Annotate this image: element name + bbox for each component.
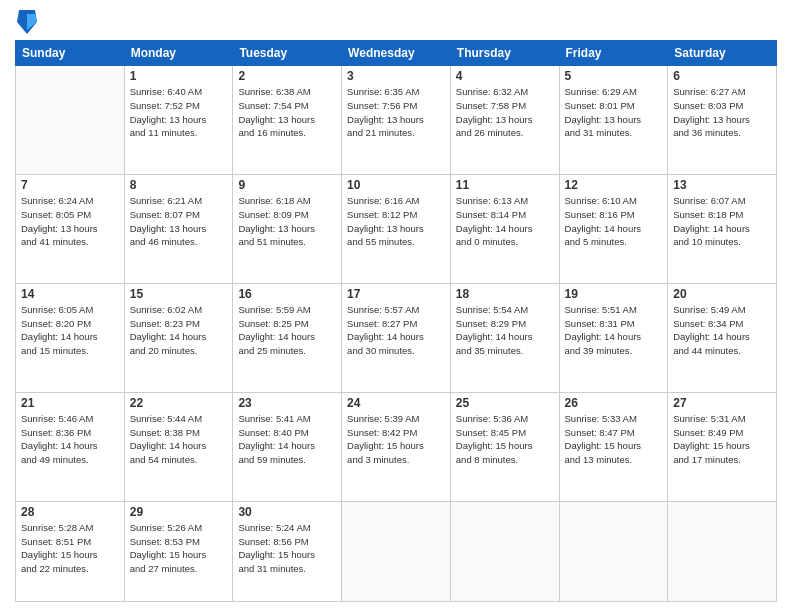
- calendar-day-header: Wednesday: [342, 41, 451, 66]
- day-info: Sunrise: 6:27 AM Sunset: 8:03 PM Dayligh…: [673, 85, 771, 140]
- calendar-header-row: SundayMondayTuesdayWednesdayThursdayFrid…: [16, 41, 777, 66]
- day-info: Sunrise: 6:21 AM Sunset: 8:07 PM Dayligh…: [130, 194, 228, 249]
- day-info: Sunrise: 5:51 AM Sunset: 8:31 PM Dayligh…: [565, 303, 663, 358]
- calendar-cell: 29Sunrise: 5:26 AM Sunset: 8:53 PM Dayli…: [124, 501, 233, 601]
- calendar-cell: 1Sunrise: 6:40 AM Sunset: 7:52 PM Daylig…: [124, 66, 233, 175]
- calendar-cell: 12Sunrise: 6:10 AM Sunset: 8:16 PM Dayli…: [559, 174, 668, 283]
- day-number: 20: [673, 287, 771, 301]
- calendar-cell: 15Sunrise: 6:02 AM Sunset: 8:23 PM Dayli…: [124, 283, 233, 392]
- day-number: 13: [673, 178, 771, 192]
- calendar-cell: 26Sunrise: 5:33 AM Sunset: 8:47 PM Dayli…: [559, 392, 668, 501]
- day-info: Sunrise: 5:46 AM Sunset: 8:36 PM Dayligh…: [21, 412, 119, 467]
- day-number: 15: [130, 287, 228, 301]
- calendar-cell: 2Sunrise: 6:38 AM Sunset: 7:54 PM Daylig…: [233, 66, 342, 175]
- calendar-week-row: 1Sunrise: 6:40 AM Sunset: 7:52 PM Daylig…: [16, 66, 777, 175]
- calendar-cell: [342, 501, 451, 601]
- calendar-cell: 27Sunrise: 5:31 AM Sunset: 8:49 PM Dayli…: [668, 392, 777, 501]
- day-info: Sunrise: 6:16 AM Sunset: 8:12 PM Dayligh…: [347, 194, 445, 249]
- day-number: 23: [238, 396, 336, 410]
- day-number: 11: [456, 178, 554, 192]
- day-info: Sunrise: 5:54 AM Sunset: 8:29 PM Dayligh…: [456, 303, 554, 358]
- calendar: SundayMondayTuesdayWednesdayThursdayFrid…: [15, 40, 777, 602]
- day-number: 3: [347, 69, 445, 83]
- day-number: 29: [130, 505, 228, 519]
- calendar-day-header: Monday: [124, 41, 233, 66]
- calendar-week-row: 7Sunrise: 6:24 AM Sunset: 8:05 PM Daylig…: [16, 174, 777, 283]
- day-info: Sunrise: 6:02 AM Sunset: 8:23 PM Dayligh…: [130, 303, 228, 358]
- day-info: Sunrise: 6:32 AM Sunset: 7:58 PM Dayligh…: [456, 85, 554, 140]
- calendar-cell: [16, 66, 125, 175]
- calendar-cell: 6Sunrise: 6:27 AM Sunset: 8:03 PM Daylig…: [668, 66, 777, 175]
- day-info: Sunrise: 6:38 AM Sunset: 7:54 PM Dayligh…: [238, 85, 336, 140]
- day-number: 25: [456, 396, 554, 410]
- day-number: 26: [565, 396, 663, 410]
- calendar-cell: 19Sunrise: 5:51 AM Sunset: 8:31 PM Dayli…: [559, 283, 668, 392]
- day-info: Sunrise: 5:24 AM Sunset: 8:56 PM Dayligh…: [238, 521, 336, 576]
- day-info: Sunrise: 6:18 AM Sunset: 8:09 PM Dayligh…: [238, 194, 336, 249]
- calendar-week-row: 28Sunrise: 5:28 AM Sunset: 8:51 PM Dayli…: [16, 501, 777, 601]
- calendar-cell: 18Sunrise: 5:54 AM Sunset: 8:29 PM Dayli…: [450, 283, 559, 392]
- day-number: 10: [347, 178, 445, 192]
- calendar-cell: 21Sunrise: 5:46 AM Sunset: 8:36 PM Dayli…: [16, 392, 125, 501]
- calendar-cell: 14Sunrise: 6:05 AM Sunset: 8:20 PM Dayli…: [16, 283, 125, 392]
- logo: [15, 10, 37, 34]
- calendar-cell: [450, 501, 559, 601]
- calendar-week-row: 21Sunrise: 5:46 AM Sunset: 8:36 PM Dayli…: [16, 392, 777, 501]
- day-info: Sunrise: 5:28 AM Sunset: 8:51 PM Dayligh…: [21, 521, 119, 576]
- calendar-cell: 28Sunrise: 5:28 AM Sunset: 8:51 PM Dayli…: [16, 501, 125, 601]
- calendar-cell: 8Sunrise: 6:21 AM Sunset: 8:07 PM Daylig…: [124, 174, 233, 283]
- calendar-cell: 17Sunrise: 5:57 AM Sunset: 8:27 PM Dayli…: [342, 283, 451, 392]
- calendar-day-header: Sunday: [16, 41, 125, 66]
- day-info: Sunrise: 5:49 AM Sunset: 8:34 PM Dayligh…: [673, 303, 771, 358]
- calendar-cell: 30Sunrise: 5:24 AM Sunset: 8:56 PM Dayli…: [233, 501, 342, 601]
- day-info: Sunrise: 5:36 AM Sunset: 8:45 PM Dayligh…: [456, 412, 554, 467]
- calendar-cell: [559, 501, 668, 601]
- calendar-cell: 20Sunrise: 5:49 AM Sunset: 8:34 PM Dayli…: [668, 283, 777, 392]
- day-info: Sunrise: 6:07 AM Sunset: 8:18 PM Dayligh…: [673, 194, 771, 249]
- calendar-cell: [668, 501, 777, 601]
- day-number: 12: [565, 178, 663, 192]
- day-number: 9: [238, 178, 336, 192]
- day-number: 16: [238, 287, 336, 301]
- day-number: 8: [130, 178, 228, 192]
- page: SundayMondayTuesdayWednesdayThursdayFrid…: [0, 0, 792, 612]
- calendar-cell: 16Sunrise: 5:59 AM Sunset: 8:25 PM Dayli…: [233, 283, 342, 392]
- day-number: 5: [565, 69, 663, 83]
- day-info: Sunrise: 5:31 AM Sunset: 8:49 PM Dayligh…: [673, 412, 771, 467]
- calendar-cell: 22Sunrise: 5:44 AM Sunset: 8:38 PM Dayli…: [124, 392, 233, 501]
- day-number: 22: [130, 396, 228, 410]
- day-info: Sunrise: 5:44 AM Sunset: 8:38 PM Dayligh…: [130, 412, 228, 467]
- day-number: 17: [347, 287, 445, 301]
- calendar-cell: 24Sunrise: 5:39 AM Sunset: 8:42 PM Dayli…: [342, 392, 451, 501]
- day-number: 14: [21, 287, 119, 301]
- day-number: 27: [673, 396, 771, 410]
- calendar-cell: 11Sunrise: 6:13 AM Sunset: 8:14 PM Dayli…: [450, 174, 559, 283]
- day-number: 24: [347, 396, 445, 410]
- day-info: Sunrise: 5:33 AM Sunset: 8:47 PM Dayligh…: [565, 412, 663, 467]
- day-info: Sunrise: 5:57 AM Sunset: 8:27 PM Dayligh…: [347, 303, 445, 358]
- day-number: 4: [456, 69, 554, 83]
- calendar-week-row: 14Sunrise: 6:05 AM Sunset: 8:20 PM Dayli…: [16, 283, 777, 392]
- day-info: Sunrise: 5:26 AM Sunset: 8:53 PM Dayligh…: [130, 521, 228, 576]
- day-info: Sunrise: 6:05 AM Sunset: 8:20 PM Dayligh…: [21, 303, 119, 358]
- calendar-day-header: Thursday: [450, 41, 559, 66]
- day-number: 2: [238, 69, 336, 83]
- calendar-day-header: Saturday: [668, 41, 777, 66]
- day-info: Sunrise: 6:24 AM Sunset: 8:05 PM Dayligh…: [21, 194, 119, 249]
- day-info: Sunrise: 6:13 AM Sunset: 8:14 PM Dayligh…: [456, 194, 554, 249]
- day-number: 21: [21, 396, 119, 410]
- calendar-cell: 9Sunrise: 6:18 AM Sunset: 8:09 PM Daylig…: [233, 174, 342, 283]
- header: [15, 10, 777, 34]
- day-number: 30: [238, 505, 336, 519]
- day-info: Sunrise: 6:29 AM Sunset: 8:01 PM Dayligh…: [565, 85, 663, 140]
- day-info: Sunrise: 6:40 AM Sunset: 7:52 PM Dayligh…: [130, 85, 228, 140]
- calendar-cell: 5Sunrise: 6:29 AM Sunset: 8:01 PM Daylig…: [559, 66, 668, 175]
- day-info: Sunrise: 5:41 AM Sunset: 8:40 PM Dayligh…: [238, 412, 336, 467]
- calendar-day-header: Tuesday: [233, 41, 342, 66]
- logo-icon: [17, 10, 37, 34]
- calendar-cell: 10Sunrise: 6:16 AM Sunset: 8:12 PM Dayli…: [342, 174, 451, 283]
- day-number: 7: [21, 178, 119, 192]
- calendar-day-header: Friday: [559, 41, 668, 66]
- day-info: Sunrise: 5:59 AM Sunset: 8:25 PM Dayligh…: [238, 303, 336, 358]
- day-number: 1: [130, 69, 228, 83]
